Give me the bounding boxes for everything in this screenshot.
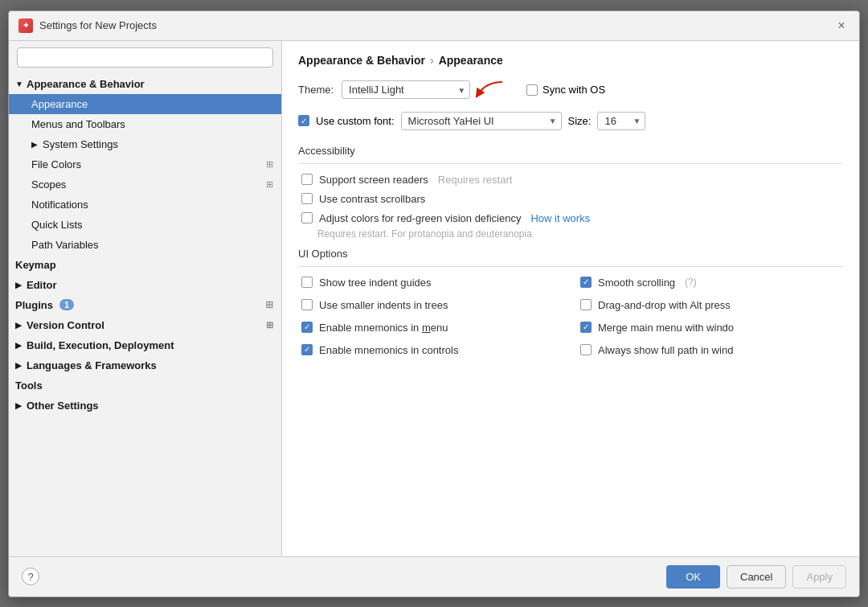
sidebar-item-quick-lists[interactable]: Quick Lists [9,215,281,235]
custom-font-row: ✓ Use custom font: Microsoft YaHei UI Ar… [298,112,843,130]
ui-options-header: UI Options [298,248,843,260]
theme-select[interactable]: IntelliJ Light Darcula High Contrast [342,80,470,99]
smooth-scroll-label: Smooth scrolling [598,277,675,289]
annotation-arrow [470,78,510,102]
smaller-indents-checkbox[interactable] [301,299,313,310]
dialog-title: Settings for New Projects [39,19,157,31]
sidebar-item-menus-toolbars[interactable]: Menus and Toolbars [9,114,281,134]
expand-arrow-build: ▶ [15,341,23,350]
smaller-indents-row: Use smaller indents in trees [298,299,564,312]
sidebar-item-path-variables[interactable]: Path Variables [9,235,281,255]
sidebar-item-other[interactable]: ▶ Other Settings [9,396,281,416]
ui-options-divider [298,266,843,267]
ui-options-grid: Show tree indent guides ✓ Smooth scrolli… [298,277,843,362]
breadcrumb: Appearance & Behavior › Appearance [298,54,843,67]
sidebar-item-system-settings[interactable]: ▶ System Settings [9,134,281,154]
mnemonics-menu-row: ✓ Enable mnemonics in menu [298,322,564,334]
drag-drop-label: Drag-and-drop with Alt press [598,299,731,312]
cancel-button[interactable]: Cancel [727,565,786,589]
app-icon: ✦ [18,18,33,33]
sync-with-os-checkbox[interactable] [526,84,538,96]
copy-icon-plugins: ⊞ [265,299,273,310]
contrast-scrollbars-label: Use contrast scrollbars [319,193,425,206]
smooth-scroll-checkbox[interactable]: ✓ [580,277,592,288]
sidebar-item-appearance-behavior[interactable]: ▼ Appearance & Behavior [9,74,281,94]
sidebar-item-plugins[interactable]: Plugins 1 ⊞ [9,295,281,315]
custom-font-checkbox[interactable]: ✓ [298,115,309,126]
mnemonics-controls-label: Enable mnemonics in controls [319,344,458,357]
smooth-scroll-help-icon[interactable]: (?) [685,277,697,288]
color-blind-row: Adjust colors for red-green vision defic… [298,212,843,225]
sidebar-item-appearance[interactable]: Appearance [9,94,281,114]
drag-drop-row: Drag-and-drop with Alt press [577,299,843,312]
right-panel: Appearance & Behavior › Appearance Theme… [282,41,859,556]
apply-button[interactable]: Apply [792,565,846,589]
help-button[interactable]: ? [22,568,39,585]
expand-arrow-other: ▶ [15,401,23,410]
sync-row: Sync with OS [526,84,605,96]
mnemonics-controls-checkbox[interactable]: ✓ [301,344,313,355]
sidebar-item-editor[interactable]: ▶ Editor [9,275,281,295]
color-blind-checkbox[interactable] [301,212,313,224]
tree-indent-row: Show tree indent guides [298,277,564,289]
settings-dialog: ✦ Settings for New Projects × ▼ Appearan… [8,10,860,597]
expand-arrow-system: ▶ [31,140,39,149]
size-select[interactable]: 16 12 14 18 [597,112,645,130]
full-path-checkbox[interactable] [580,344,592,355]
bottom-right: OK Cancel Apply [666,565,846,589]
title-bar-left: ✦ Settings for New Projects [18,18,157,33]
screen-readers-row: Support screen readers Requires restart [298,174,843,187]
plugins-badge: 1 [59,299,74,310]
merge-menu-row: ✓ Merge main menu with windo [577,322,843,334]
font-select[interactable]: Microsoft YaHei UI Arial Segoe UI [401,112,562,130]
close-button[interactable]: × [833,18,850,34]
title-bar: ✦ Settings for New Projects × [9,11,859,41]
sidebar-item-version-control[interactable]: ▶ Version Control ⊞ [9,315,281,335]
breadcrumb-part1: Appearance & Behavior [298,54,425,67]
color-blind-note: Requires restart. For protanopia and deu… [298,228,843,240]
mnemonics-menu-label: Enable mnemonics in menu [319,322,448,334]
copy-icon-vc: ⊞ [266,320,273,330]
theme-label: Theme: [298,84,334,96]
sidebar-item-scopes[interactable]: Scopes ⊞ [9,174,281,195]
expand-arrow-editor: ▶ [15,281,23,289]
mnemonics-controls-row: ✓ Enable mnemonics in controls [298,344,564,357]
size-dropdown-wrap: 16 12 14 18 ▼ [597,112,645,130]
merge-menu-checkbox[interactable]: ✓ [580,322,592,333]
sidebar-item-languages[interactable]: ▶ Languages & Frameworks [9,355,281,375]
expand-arrow-lang: ▶ [15,361,23,370]
sidebar-item-notifications[interactable]: Notifications [9,195,281,215]
expand-arrow: ▼ [15,80,23,88]
breadcrumb-sep: › [430,54,434,67]
full-path-row: Always show full path in wind [577,344,843,357]
sidebar-item-build[interactable]: ▶ Build, Execution, Deployment [9,335,281,355]
search-input[interactable] [17,47,273,68]
drag-drop-checkbox[interactable] [580,299,592,310]
bottom-bar: ? OK Cancel Apply [9,556,859,597]
sidebar-item-keymap[interactable]: Keymap [9,255,281,275]
tree-indent-checkbox[interactable] [301,277,313,288]
how-it-works-link[interactable]: How it works [530,212,590,224]
custom-font-label: Use custom font: [316,115,395,127]
screen-readers-label: Support screen readers [319,174,428,187]
theme-dropdown-wrap: IntelliJ Light Darcula High Contrast ▼ [342,80,470,99]
sidebar: ▼ Appearance & Behavior Appearance Menus… [9,41,282,556]
sidebar-item-tools[interactable]: Tools [9,375,281,396]
ok-button[interactable]: OK [666,565,720,589]
accessibility-divider [298,163,843,164]
screen-readers-note: Requires restart [438,174,512,186]
screen-readers-checkbox[interactable] [301,174,313,185]
copy-icon-scopes: ⊞ [266,179,273,190]
sidebar-item-file-colors[interactable]: File Colors ⊞ [9,154,281,174]
smaller-indents-label: Use smaller indents in trees [319,299,448,312]
color-blind-label: Adjust colors for red-green vision defic… [319,212,521,225]
contrast-scrollbars-checkbox[interactable] [301,193,313,204]
full-path-label: Always show full path in wind [598,344,733,357]
size-label: Size: [568,115,592,127]
mnemonics-menu-checkbox[interactable]: ✓ [301,322,313,333]
tree-indent-label: Show tree indent guides [319,277,431,289]
accessibility-header: Accessibility [298,145,843,157]
expand-arrow-vc: ▶ [15,321,23,330]
breadcrumb-part2: Appearance [439,54,503,67]
accessibility-section: Accessibility Support screen readers Req… [298,145,843,240]
